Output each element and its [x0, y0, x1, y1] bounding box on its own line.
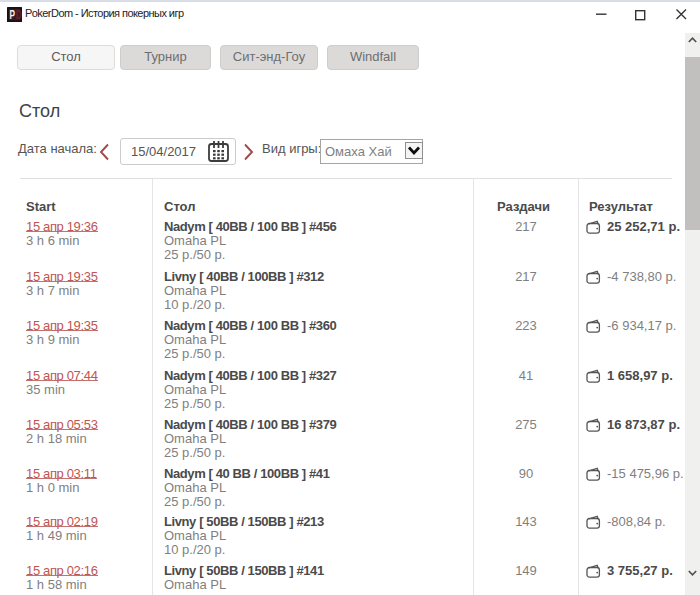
svg-text:D: D [16, 7, 22, 21]
svg-text:P: P [10, 7, 16, 21]
